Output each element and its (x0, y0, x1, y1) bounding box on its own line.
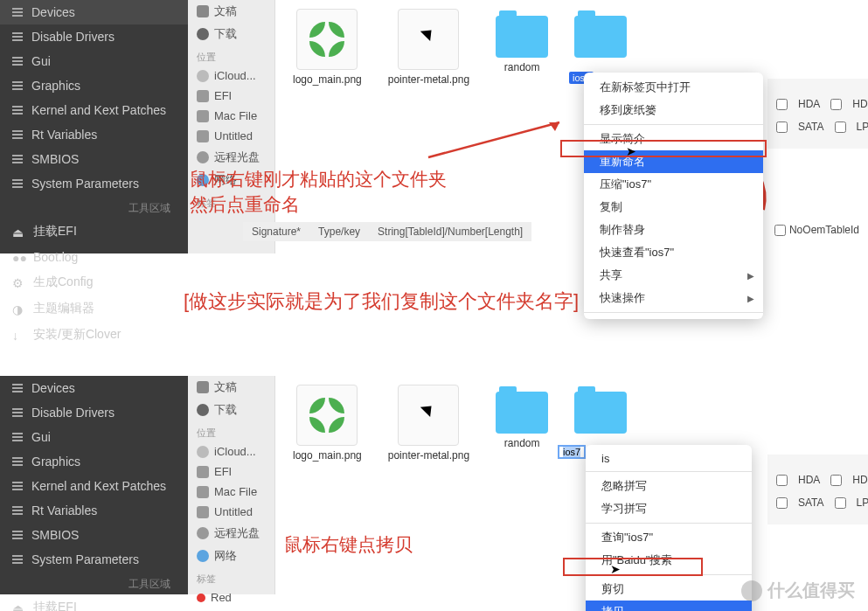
finder-sb-section-tags: 标签 (188, 567, 274, 587)
checkbox-hdmi[interactable] (830, 475, 842, 486)
tag-red-icon (197, 594, 205, 602)
install-icon: ↓ (12, 329, 24, 341)
sidebar-item-devices[interactable]: Devices (0, 376, 188, 400)
finder-sb-downloads[interactable]: 下载 (188, 399, 274, 421)
ctx-learn-spell[interactable]: 学习拼写 (586, 497, 752, 520)
finder-sb-documents[interactable]: 文稿 (188, 0, 274, 23)
sidebar-item-devices[interactable]: Devices (0, 0, 188, 24)
file-thumb (398, 385, 459, 446)
checkbox-hdmi[interactable] (830, 99, 842, 110)
ctx-copy[interactable]: 拷贝 (586, 601, 752, 611)
sidebar-item-rt[interactable]: Rt Variables (0, 498, 188, 523)
ctx-getinfo[interactable]: 显示简介 (584, 128, 763, 150)
ctx-cut[interactable]: 剪切 (586, 578, 752, 601)
cloud-icon (197, 446, 209, 458)
list-icon (12, 155, 23, 163)
ctx-lookup[interactable]: 查询"ios7" (586, 526, 752, 549)
sidebar-item-disable-drivers[interactable]: Disable Drivers (0, 400, 188, 425)
ctx-separator (584, 312, 763, 313)
sidebar-item-disable-drivers[interactable]: Disable Drivers (0, 24, 188, 49)
file-random[interactable]: random (496, 9, 548, 86)
sidebar-item-graphics[interactable]: Graphics (0, 449, 188, 474)
downloads-icon (197, 404, 209, 416)
finder-sb-remote[interactable]: 远程光盘 (188, 522, 274, 545)
ios7-editing-label[interactable]: ios7 (558, 445, 586, 459)
ctx-quicklook[interactable]: 快速查看"ios7" (584, 241, 763, 264)
mouse-cursor-icon: ➤ (626, 144, 636, 158)
watermark-icon (741, 580, 762, 601)
finder-sb-section-locations: 位置 (188, 45, 274, 66)
folder-icon (496, 392, 548, 434)
finder-sb-untitled[interactable]: Untitled (188, 126, 274, 146)
sidebar-item-kernel[interactable]: Kernel and Kext Patches (0, 98, 188, 122)
right-panel: HDAHDMI SATALPC (767, 455, 868, 524)
checkbox-lpc[interactable] (835, 122, 846, 133)
ctx-trash[interactable]: 移到废纸篓 (584, 99, 763, 122)
file-pointer[interactable]: pointer-metal.png (388, 385, 469, 462)
sidebar-section-tools: 工具区域 (0, 572, 188, 594)
checkbox-sata[interactable] (776, 122, 788, 133)
finder-sb-macfile[interactable]: Mac File (188, 482, 274, 502)
mount-icon: ⏏ (12, 601, 24, 611)
list-icon (12, 81, 23, 90)
checkbox-hda[interactable] (776, 475, 788, 486)
ctx-quickactions[interactable]: 快速操作▶ (584, 287, 763, 309)
file-pointer[interactable]: pointer-metal.png (388, 9, 469, 86)
sidebar-item-smbios[interactable]: SMBIOS (0, 147, 188, 171)
finder-sb-network[interactable]: 网络 (188, 545, 274, 567)
sidebar-item-graphics[interactable]: Graphics (0, 73, 188, 98)
tool-install[interactable]: ↓安装/更新Clover (0, 322, 188, 348)
finder-sb-efi[interactable]: EFI (188, 462, 274, 482)
tool-mount-efi[interactable]: ⏏挂载EFI (0, 219, 188, 245)
tool-bootlog[interactable]: ●●Boot.log (0, 245, 188, 269)
tool-genconfig[interactable]: ⚙生成Config (0, 269, 188, 295)
sidebar-item-gui[interactable]: Gui (0, 425, 188, 449)
ctx-alias[interactable]: 制作替身 (584, 219, 763, 241)
ctx-duplicate[interactable]: 复制 (584, 196, 763, 219)
ctx-ignore-spell[interactable]: 忽略拼写 (586, 475, 752, 497)
ctx-open-new-tab[interactable]: 在新标签页中打开 (584, 76, 763, 99)
finder-sb-icloud[interactable]: iCloud... (188, 66, 274, 86)
label-hdmi: HDMI (852, 98, 868, 110)
clover-sidebar: Devices Disable Drivers Gui Graphics Ker… (0, 0, 188, 253)
sidebar-item-rt[interactable]: Rt Variables (0, 122, 188, 147)
checkbox-lpc[interactable] (835, 497, 846, 509)
finder-sb-downloads[interactable]: 下载 (188, 23, 274, 45)
right-panel: HDAHDMI SATALPC (767, 79, 868, 149)
ctx-is[interactable]: is (586, 448, 752, 469)
checkbox-hda[interactable] (776, 99, 788, 110)
checkbox-nooem[interactable] (774, 225, 786, 236)
chevron-right-icon: ▶ (747, 271, 754, 281)
finder-sb-efi[interactable]: EFI (188, 86, 274, 106)
file-random[interactable]: random (496, 385, 548, 462)
sidebar-item-gui[interactable]: Gui (0, 49, 188, 73)
file-thumb (296, 9, 358, 70)
context-menu-copy: is 忽略拼写 学习拼写 查询"ios7" 用"Baidu"搜索 剪切 拷贝 粘… (586, 445, 752, 611)
file-logo[interactable]: logo_main.png (293, 385, 362, 462)
screenshot-bottom: Devices Disable Drivers Gui Graphics Ker… (0, 376, 868, 594)
mount-icon: ⏏ (12, 226, 24, 238)
sidebar-item-kernel[interactable]: Kernel and Kext Patches (0, 474, 188, 498)
file-label: logo_main.png (293, 449, 362, 462)
checkbox-sata[interactable] (776, 497, 788, 509)
list-icon (12, 57, 23, 66)
sidebar-item-sysparams[interactable]: System Parameters (0, 547, 188, 572)
list-icon (12, 8, 23, 17)
finder-sb-documents[interactable]: 文稿 (188, 376, 274, 399)
chevron-right-icon: ▶ (747, 294, 754, 303)
finder-sb-tag-red[interactable]: Red (188, 587, 274, 608)
finder-sb-icloud[interactable]: iCloud... (188, 441, 274, 462)
finder-sb-untitled[interactable]: Untitled (188, 502, 274, 522)
file-label: logo_main.png (293, 73, 362, 86)
disk-icon (197, 110, 209, 122)
sidebar-item-sysparams[interactable]: System Parameters (0, 171, 188, 196)
tool-mount-efi[interactable]: ⏏挂载EFI (0, 594, 188, 611)
ctx-share[interactable]: 共享▶ (584, 264, 763, 287)
tool-theme[interactable]: ◑主题编辑器 (0, 295, 188, 322)
ctx-compress[interactable]: 压缩"ios7" (584, 173, 763, 196)
sidebar-item-smbios[interactable]: SMBIOS (0, 523, 188, 547)
file-logo[interactable]: logo_main.png (293, 9, 362, 86)
ctx-rename[interactable]: 重新命名 (584, 150, 763, 173)
finder-sb-macfile[interactable]: Mac File (188, 106, 274, 126)
label-hdmi: HDMI (852, 474, 868, 486)
